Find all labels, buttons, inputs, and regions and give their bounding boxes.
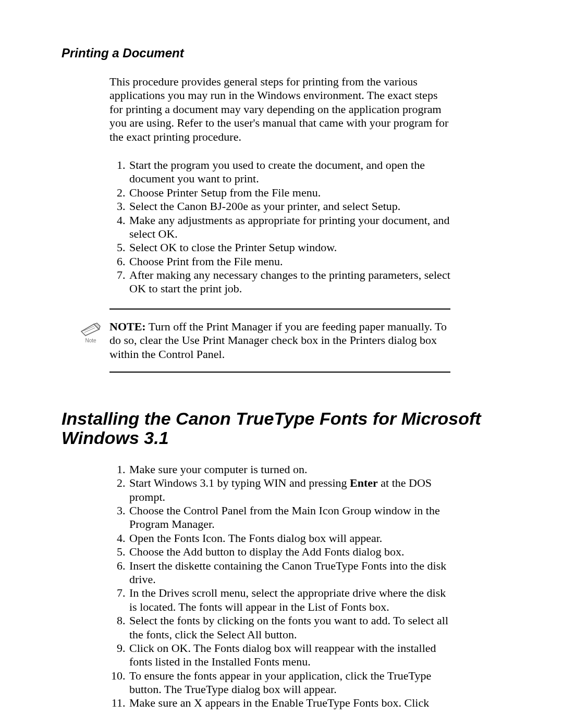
document-page: Printing a Document This procedure provi… (0, 0, 563, 728)
list-item: In the Drives scroll menu, select the ap… (128, 586, 450, 614)
list-item: To ensure the fonts appear in your appli… (128, 669, 450, 697)
list-item: Make sure an X appears in the Enable Tru… (128, 696, 450, 710)
step2-bold: Enter (350, 476, 378, 489)
list-item: Choose the Control Panel from the Main I… (128, 504, 450, 532)
list-item: Insert the diskette containing the Canon… (128, 559, 450, 587)
list-item: Make sure your computer is turned on. (128, 463, 450, 476)
list-item: Open the Fonts Icon. The Fonts dialog bo… (128, 532, 450, 545)
section1-body: This procedure provides general steps fo… (109, 75, 450, 296)
list-item: Click on OK. The Fonts dialog box will r… (128, 641, 450, 669)
note-text: NOTE: Turn off the Print Manager if you … (109, 320, 450, 361)
note-icon: Note (78, 320, 103, 343)
list-item: Choose Print from the File menu. (128, 255, 450, 268)
note-label: NOTE: (109, 320, 146, 333)
step2-part-a: Start Windows 3.1 by typing WIN and pres… (129, 476, 350, 489)
divider (109, 372, 450, 373)
list-item: Start the program you used to create the… (128, 158, 450, 186)
note-body: Turn off the Print Manager if you are fe… (109, 320, 447, 361)
section2-steps: Make sure your computer is turned on. St… (109, 463, 450, 710)
section1-steps: Start the program you used to create the… (109, 158, 450, 296)
list-item: Select OK to close the Printer Setup win… (128, 241, 450, 254)
list-item: Make any adjustments as appropriate for … (128, 214, 450, 241)
note-block: Note NOTE: Turn off the Print Manager if… (62, 320, 501, 361)
note-icon-label: Note (78, 338, 103, 343)
section-heading-printing: Printing a Document (62, 46, 501, 60)
list-item: Select the Canon BJ-200e as your printer… (128, 200, 450, 213)
section1-intro: This procedure provides general steps fo… (109, 75, 450, 144)
list-item: Start Windows 3.1 by typing WIN and pres… (128, 476, 450, 504)
list-item: Choose the Add button to display the Add… (128, 545, 450, 559)
divider (109, 309, 450, 310)
section-heading-fonts: Installing the Canon TrueType Fonts for … (62, 409, 501, 448)
list-item: Choose Printer Setup from the File menu. (128, 186, 450, 200)
section2-body: Make sure your computer is turned on. St… (109, 463, 450, 710)
list-item: Select the fonts by clicking on the font… (128, 614, 450, 641)
list-item: After making any necessary changes to th… (128, 268, 450, 296)
